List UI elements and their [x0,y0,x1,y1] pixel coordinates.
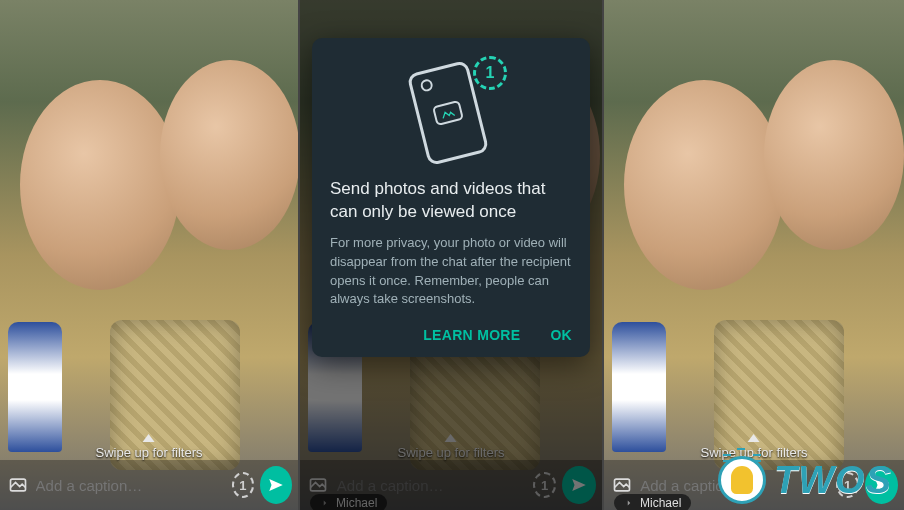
view-once-toggle[interactable]: 1 [836,472,859,498]
screenshot-right: Swipe up for filters 1 Michael [604,0,904,510]
photo-face-left [20,80,180,290]
photo-face-left [624,80,784,290]
view-once-dialog: 1 Send photos and videos that can only b… [312,38,590,357]
send-button[interactable] [260,466,292,504]
photo-face-right [160,60,300,250]
screenshot-middle: Swipe up for filters 1 Michael 1 Send ph… [300,0,604,510]
photo-drink-can [612,322,666,452]
caption-input[interactable] [640,477,830,494]
image-bubble-icon [432,100,464,126]
chevron-right-icon [624,498,634,508]
dialog-illustration: 1 [391,56,511,166]
view-once-badge-icon: 1 [473,56,507,90]
send-button[interactable] [865,466,898,504]
send-icon [873,476,891,494]
photo-face-right [764,60,904,250]
recipient-pill[interactable]: Michael [614,494,691,510]
ok-button[interactable]: OK [550,327,572,343]
swipe-up-hint: Swipe up for filters [96,434,203,460]
caption-bar: 1 [0,460,298,510]
caption-input[interactable] [36,477,226,494]
dialog-actions: LEARN MORE OK [330,327,572,343]
send-icon [267,476,285,494]
swipe-up-hint: Swipe up for filters [701,434,808,460]
gallery-icon[interactable] [6,471,30,499]
view-once-toggle[interactable]: 1 [232,472,255,498]
screenshot-left: Swipe up for filters 1 [0,0,300,510]
dialog-title: Send photos and videos that can only be … [330,178,572,224]
dialog-body: For more privacy, your photo or video wi… [330,234,572,309]
learn-more-button[interactable]: LEARN MORE [423,327,520,343]
photo-drink-can [8,322,62,452]
recipient-name: Michael [640,496,681,510]
